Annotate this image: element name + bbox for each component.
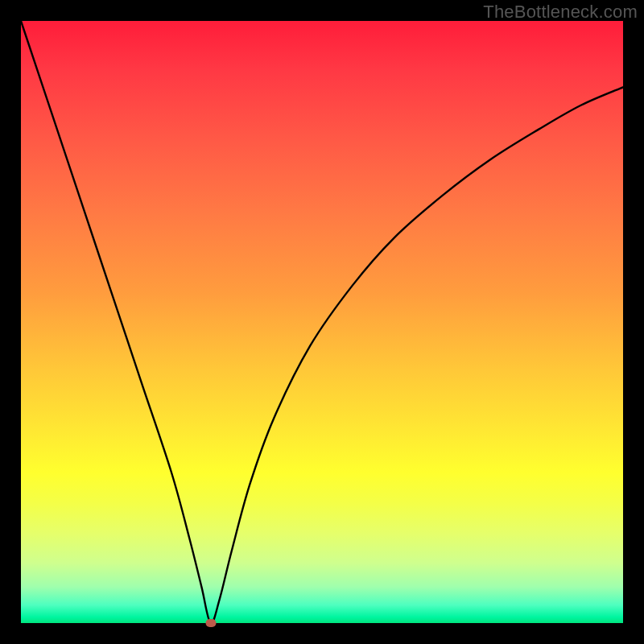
chart-frame: TheBottleneck.com xyxy=(0,0,644,644)
minimum-marker xyxy=(205,619,216,627)
curve-path xyxy=(21,21,623,623)
bottleneck-curve xyxy=(21,21,623,623)
plot-area xyxy=(21,21,623,623)
watermark-text: TheBottleneck.com xyxy=(483,2,638,23)
